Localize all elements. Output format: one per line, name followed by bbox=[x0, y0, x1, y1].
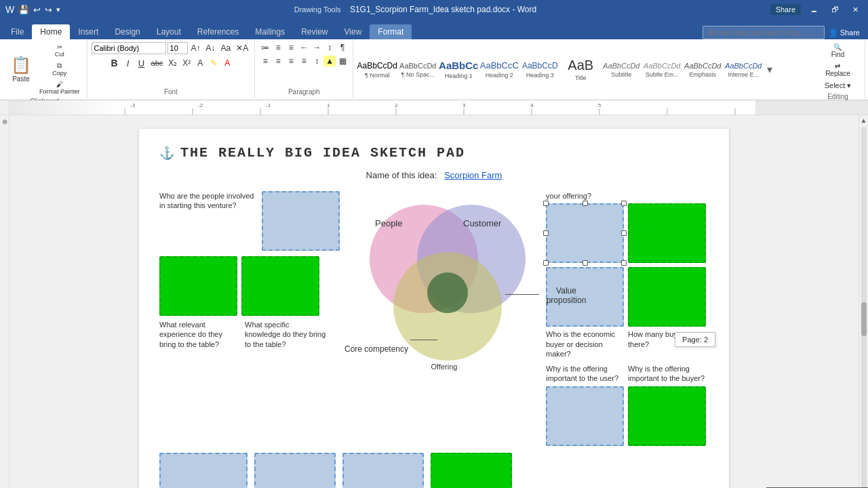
indent-inc-button[interactable]: → bbox=[311, 42, 323, 53]
title-bar-left: W 💾 ↩ ↪ ▾ bbox=[5, 4, 60, 15]
tab-design[interactable]: Design bbox=[106, 24, 148, 39]
maximize-button[interactable]: 🗗 bbox=[827, 5, 843, 14]
style-title[interactable]: AaB Title bbox=[561, 46, 600, 94]
handle-tl[interactable] bbox=[543, 201, 549, 206]
selected-blue-box[interactable] bbox=[546, 203, 624, 263]
multilevel-button[interactable]: ≡ bbox=[285, 42, 297, 53]
text-effects-button[interactable]: A bbox=[194, 58, 206, 68]
highlight-button[interactable]: ✎ bbox=[208, 58, 220, 68]
font-size-input[interactable] bbox=[167, 42, 188, 54]
tab-home[interactable]: Home bbox=[32, 24, 70, 39]
paste-button[interactable]: 📋 Paste bbox=[7, 49, 35, 89]
left-bottom-labels: What relevant experience do they bring t… bbox=[159, 320, 342, 349]
bottom-blue-box[interactable] bbox=[159, 453, 248, 488]
bottom-right2: Sketch it or otherwise help bbox=[431, 453, 512, 488]
tab-review[interactable]: Review bbox=[293, 24, 336, 39]
core-circle bbox=[427, 272, 468, 313]
select-button[interactable]: Select ▾ bbox=[822, 80, 854, 92]
right-green-box-3[interactable] bbox=[628, 386, 706, 446]
share-button[interactable]: Share bbox=[770, 4, 801, 15]
doc-wrapper: ⊕ ⚓ THE REALLY BIG IDEA SKETCH PAD Name … bbox=[0, 115, 868, 488]
align-right-button[interactable]: ≡ bbox=[285, 56, 297, 66]
copy-label: Copy bbox=[52, 70, 66, 77]
style-emphasis[interactable]: AaBbCcDd Emphasis bbox=[683, 46, 722, 94]
people-box[interactable] bbox=[262, 191, 340, 251]
borders-button[interactable]: ▦ bbox=[336, 56, 349, 66]
handle-tm[interactable] bbox=[583, 201, 588, 206]
tab-layout[interactable]: Layout bbox=[149, 24, 189, 39]
style-heading1[interactable]: AaBbCc Heading 1 bbox=[439, 46, 478, 94]
font-color-button[interactable]: A bbox=[221, 58, 233, 68]
underline-button[interactable]: U bbox=[136, 58, 148, 69]
format-painter-button[interactable]: 🖌 Format Painter bbox=[37, 79, 83, 96]
scroll-thumb[interactable] bbox=[861, 302, 867, 336]
bottom-blue-box-3[interactable] bbox=[342, 453, 424, 488]
numbering-button[interactable]: ≡ bbox=[272, 42, 284, 53]
style-subtitle[interactable]: AaBbCcDd Subtitle bbox=[601, 46, 641, 94]
quick-access-redo[interactable]: ↪ bbox=[45, 5, 52, 15]
font-name-input[interactable] bbox=[92, 42, 166, 54]
handle-tr[interactable] bbox=[621, 201, 627, 206]
replace-button[interactable]: ⇄ Replace bbox=[823, 61, 853, 79]
svg-text:3: 3 bbox=[462, 102, 466, 108]
handle-bm[interactable] bbox=[583, 260, 588, 266]
justify-button[interactable]: ≡ bbox=[298, 56, 310, 66]
green-box-1[interactable] bbox=[159, 256, 237, 316]
close-button[interactable]: ✕ bbox=[848, 5, 863, 14]
cut-button[interactable]: ✂ Cut bbox=[37, 42, 83, 59]
line-spacing-button[interactable]: ↕ bbox=[311, 56, 323, 66]
right-green-box-1[interactable] bbox=[628, 203, 706, 263]
align-center-button[interactable]: ≡ bbox=[272, 56, 284, 66]
scroll-up-button[interactable]: ▲ bbox=[859, 115, 868, 125]
right-scrollbar[interactable]: ▲ ▼ bbox=[859, 115, 868, 488]
bullets-button[interactable]: ≔ bbox=[259, 42, 271, 53]
bold-button[interactable]: B bbox=[108, 57, 121, 69]
font-grow-button[interactable]: A↑ bbox=[189, 43, 203, 54]
font-shrink-button[interactable]: A↓ bbox=[204, 43, 218, 54]
style-intense-e[interactable]: AaBbCcDd Intense E... bbox=[724, 46, 763, 94]
shading-button[interactable]: ▲ bbox=[323, 56, 336, 66]
bottom-blue-box-2[interactable] bbox=[254, 453, 336, 488]
show-hide-button[interactable]: ¶ bbox=[336, 42, 349, 53]
tab-references[interactable]: References bbox=[189, 24, 247, 39]
tab-file[interactable]: File bbox=[3, 24, 32, 39]
right-labels-row2: Why is the offering important to the use… bbox=[546, 364, 729, 384]
clear-format-button[interactable]: ✕A bbox=[234, 43, 250, 54]
strikethrough-button[interactable]: abc bbox=[149, 58, 165, 68]
style-heading3[interactable]: AaBbCcD Heading 3 bbox=[520, 46, 559, 94]
right-blue-box-3[interactable] bbox=[546, 386, 624, 446]
align-left-button[interactable]: ≡ bbox=[259, 56, 271, 66]
selected-box-wrapper[interactable] bbox=[546, 203, 624, 263]
change-case-button[interactable]: Aa bbox=[219, 43, 233, 54]
doc-scroll-area[interactable]: ⚓ THE REALLY BIG IDEA SKETCH PAD Name of… bbox=[9, 115, 859, 488]
subscript-button[interactable]: X₂ bbox=[166, 58, 179, 68]
handle-ml[interactable] bbox=[543, 230, 549, 236]
quick-access-undo[interactable]: ↩ bbox=[33, 5, 41, 15]
style-nospace[interactable]: AaBbCcDd ¶ No Spac... bbox=[398, 46, 437, 94]
handle-bl[interactable] bbox=[543, 260, 549, 266]
style-normal[interactable]: AaBbCcDd ¶ Normal bbox=[357, 46, 397, 94]
scroll-track[interactable] bbox=[861, 127, 867, 488]
styles-scroll-button[interactable]: ▾ bbox=[764, 63, 775, 76]
right-green-box-2[interactable] bbox=[628, 267, 706, 327]
minimize-button[interactable]: 🗕 bbox=[806, 5, 822, 14]
tab-view[interactable]: View bbox=[336, 24, 370, 39]
copy-button[interactable]: ⧉ Copy bbox=[37, 60, 83, 78]
tab-mailings[interactable]: Mailings bbox=[247, 24, 293, 39]
style-heading2[interactable]: AaBbCcC Heading 2 bbox=[479, 46, 519, 94]
search-input[interactable] bbox=[703, 26, 825, 39]
handle-mr[interactable] bbox=[621, 230, 627, 236]
superscript-button[interactable]: X² bbox=[180, 58, 193, 68]
bottom-green-box[interactable] bbox=[431, 453, 512, 488]
idea-name-value[interactable]: Scorpion Farm bbox=[444, 170, 502, 180]
tab-format[interactable]: Format bbox=[370, 24, 412, 39]
style-subtle-em[interactable]: AaBbCcDd Subtle Em... bbox=[642, 46, 682, 94]
handle-br[interactable] bbox=[621, 260, 627, 266]
tab-insert[interactable]: Insert bbox=[70, 24, 106, 39]
sort-button[interactable]: ↕ bbox=[323, 42, 336, 53]
green-box-2[interactable] bbox=[241, 256, 319, 316]
italic-button[interactable]: I bbox=[122, 58, 134, 69]
indent-dec-button[interactable]: ← bbox=[298, 42, 310, 53]
find-button[interactable]: 🔍 Find bbox=[828, 42, 847, 60]
quick-access-save[interactable]: 💾 bbox=[18, 5, 29, 15]
